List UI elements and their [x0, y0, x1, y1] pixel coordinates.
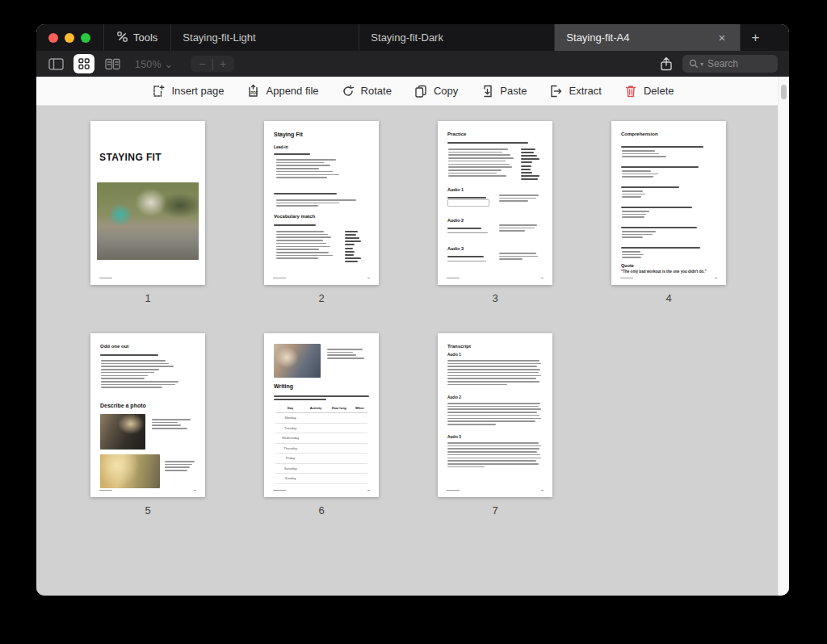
- search-input[interactable]: [707, 58, 764, 69]
- page-preview-2[interactable]: Staying Fit Lead-in Vocabulary match: [264, 121, 379, 285]
- thumbnail-grid-view-button[interactable]: [73, 54, 94, 73]
- page-thumbnail-5[interactable]: Odd one out Describe a photo 5: [90, 333, 205, 516]
- page3-heading-audio2: Audio 2: [447, 218, 464, 223]
- chevron-down-icon: ⌄: [164, 59, 173, 70]
- page-number: 5: [90, 504, 205, 516]
- command-bar: Insert page PDF Append file Rotate Copy …: [36, 77, 789, 106]
- search-icon: [689, 59, 699, 69]
- page7-audio3-label: Audio 3: [447, 435, 461, 439]
- copy-icon: [414, 84, 428, 98]
- page-view-button[interactable]: [101, 54, 124, 73]
- append-file-icon: PDF: [246, 84, 261, 98]
- zoom-stepper: − | +: [191, 56, 234, 72]
- page-thumbnail-6[interactable]: Writing Day Activity How long When Monda…: [264, 333, 379, 516]
- close-window-button[interactable]: [48, 33, 58, 43]
- insert-page-icon: [151, 84, 166, 98]
- thumbnail-grid: STAYING FIT 1 Staying Fit Lead-in Vocabu…: [36, 106, 778, 596]
- minimize-window-button[interactable]: [65, 33, 74, 43]
- page-number: 7: [438, 504, 552, 516]
- page-preview-7[interactable]: Transcript Audio 1 Audio 2 Audio 3: [438, 333, 552, 497]
- page2-heading-leadin: Lead-in: [274, 144, 288, 149]
- window-controls: [36, 24, 104, 51]
- rotate-icon: [341, 84, 355, 98]
- page3-heading-audio3: Audio 3: [447, 246, 464, 251]
- page-number: 2: [264, 292, 379, 304]
- tab-staying-fit-a4[interactable]: Staying-fit-A4 ×: [555, 24, 741, 51]
- page-preview-5[interactable]: Odd one out Describe a photo: [90, 333, 205, 497]
- page2-heading-vocab: Vocabulary match: [274, 214, 315, 219]
- tabbar-spacer: [770, 24, 789, 51]
- page-preview-6[interactable]: Writing Day Activity How long When Monda…: [264, 333, 379, 497]
- page-thumbnail-7[interactable]: Transcript Audio 1 Audio 2 Audio 3 7: [438, 333, 552, 516]
- share-icon: [660, 56, 673, 71]
- zoom-out-button[interactable]: −: [199, 57, 205, 70]
- page-thumbnail-2[interactable]: Staying Fit Lead-in Vocabulary match 2: [264, 121, 379, 304]
- search-options-chevron-icon[interactable]: ▾: [700, 61, 703, 68]
- append-file-button[interactable]: PDF Append file: [246, 84, 319, 98]
- zoom-window-button[interactable]: [81, 33, 90, 43]
- tools-button[interactable]: Tools: [104, 24, 171, 51]
- delete-button[interactable]: Delete: [623, 84, 674, 98]
- paste-button[interactable]: Paste: [480, 84, 527, 98]
- close-tab-icon[interactable]: ×: [716, 30, 729, 45]
- page3-heading-practice: Practice: [447, 132, 466, 136]
- zoom-level-control[interactable]: 150% ⌄: [135, 58, 173, 70]
- page7-heading-transcript: Transcript: [447, 344, 471, 349]
- page5-photo-2: [100, 454, 160, 488]
- page-thumbnail-3[interactable]: Practice Audio 1 Audio 2 Audio 3 3: [438, 121, 552, 304]
- cover-photo-runners: [97, 182, 199, 260]
- search-field[interactable]: ▾: [682, 55, 778, 73]
- cover-title: STAYING FIT: [99, 152, 162, 163]
- sidebar-toggle-button[interactable]: [44, 54, 67, 73]
- page-number: 3: [438, 292, 552, 304]
- vertical-scrollbar[interactable]: [778, 77, 789, 596]
- new-tab-button[interactable]: +: [741, 24, 770, 51]
- tools-icon: [117, 31, 128, 44]
- tab-staying-fit-dark[interactable]: Staying-fit-Dark: [359, 24, 555, 51]
- page7-audio2-label: Audio 2: [447, 395, 461, 399]
- extract-icon: [548, 84, 563, 98]
- delete-trash-icon: [623, 84, 638, 98]
- page-preview-1[interactable]: STAYING FIT: [90, 121, 205, 285]
- paste-icon: [480, 84, 494, 98]
- page5-heading-oddoneout: Odd one out: [100, 344, 128, 349]
- page-thumbnail-4[interactable]: Comprehension Quote "The only bad workou…: [611, 121, 726, 304]
- page4-heading-comprehension: Comprehension: [621, 132, 658, 136]
- page2-title: Staying Fit: [274, 132, 303, 137]
- app-window: Tools Staying-fit-Light Staying-fit-Dark…: [36, 24, 789, 596]
- tools-label: Tools: [133, 31, 157, 44]
- grid-view-icon: [78, 58, 90, 69]
- tab-staying-fit-light[interactable]: Staying-fit-Light: [171, 24, 359, 51]
- page-preview-3[interactable]: Practice Audio 1 Audio 2 Audio 3: [438, 121, 552, 285]
- page4-quote-text: "The only bad workout is the one you did…: [621, 270, 718, 274]
- page4-heading-quote: Quote: [621, 263, 634, 268]
- writing-table: Day Activity How long When Monday Tuesda…: [275, 404, 367, 484]
- page3-heading-audio1: Audio 1: [447, 187, 464, 192]
- page7-audio1-label: Audio 1: [447, 353, 461, 357]
- view-bar: 150% ⌄ − | + ▾: [36, 51, 789, 77]
- scrollbar-thumb[interactable]: [781, 85, 787, 99]
- page-number: 4: [611, 292, 726, 304]
- page6-heading-writing: Writing: [274, 383, 293, 389]
- tab-bar: Tools Staying-fit-Light Staying-fit-Dark…: [36, 24, 789, 51]
- share-button[interactable]: [660, 56, 673, 71]
- page5-heading-describe: Describe a photo: [100, 403, 146, 408]
- page5-photo-1: [100, 414, 145, 450]
- page6-photo-3: [274, 344, 321, 378]
- extract-button[interactable]: Extract: [548, 84, 601, 98]
- svg-text:PDF: PDF: [250, 91, 258, 95]
- rotate-button[interactable]: Rotate: [341, 84, 392, 98]
- copy-button[interactable]: Copy: [414, 84, 458, 98]
- page-number: 6: [264, 504, 379, 516]
- page-number: 1: [90, 292, 205, 304]
- zoom-in-button[interactable]: +: [220, 57, 226, 70]
- page-thumbnail-1[interactable]: STAYING FIT 1: [90, 121, 205, 304]
- insert-page-button[interactable]: Insert page: [151, 84, 224, 98]
- page-preview-4[interactable]: Comprehension Quote "The only bad workou…: [611, 121, 726, 285]
